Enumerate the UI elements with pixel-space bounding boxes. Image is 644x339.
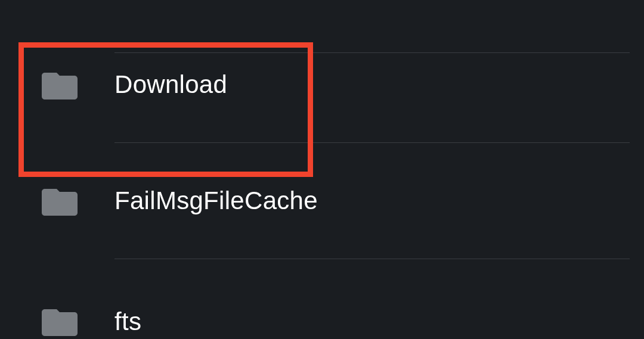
divider xyxy=(114,142,630,143)
divider xyxy=(114,259,630,259)
file-browser-container: Download FailMsgFileCache fts 头 头条 @摆渡不是… xyxy=(0,26,644,339)
folder-item-download[interactable]: Download xyxy=(0,26,644,142)
folder-item-failmsgfilecache[interactable]: FailMsgFileCache xyxy=(0,142,644,259)
folder-icon xyxy=(41,306,79,336)
folder-label: fts xyxy=(114,307,141,336)
folder-icon xyxy=(41,70,79,99)
folder-item-fts[interactable]: fts xyxy=(0,259,644,339)
folder-label: FailMsgFileCache xyxy=(114,186,318,215)
divider xyxy=(114,52,630,53)
folder-label: Download xyxy=(114,70,227,99)
folder-icon xyxy=(41,186,79,216)
